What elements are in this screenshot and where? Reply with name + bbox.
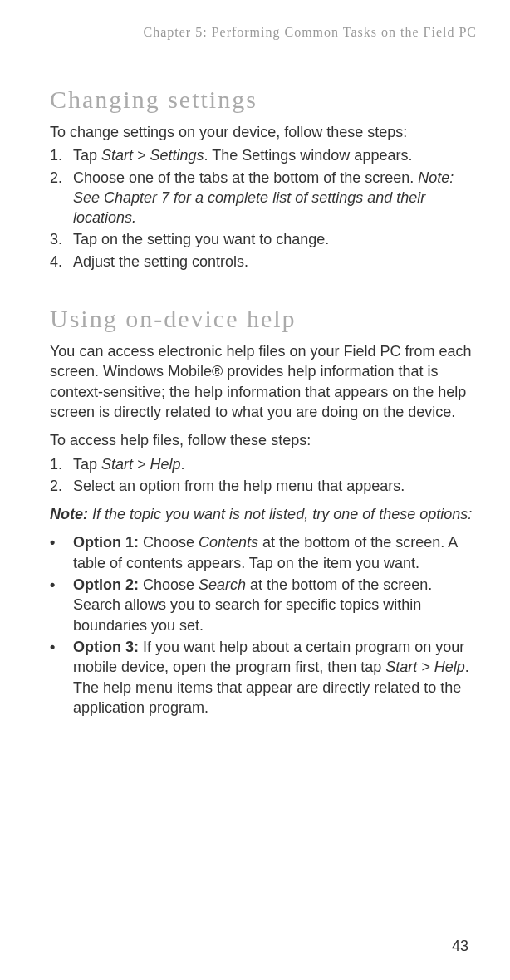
step-text: Choose one of the tabs at the bottom of … bbox=[73, 169, 418, 186]
chapter-header: Chapter 5: Performing Common Tasks on th… bbox=[50, 25, 477, 40]
section-heading-using-help: Using on-device help bbox=[50, 305, 477, 333]
section-heading-changing-settings: Changing settings bbox=[50, 86, 477, 114]
note-body: If the topic you want is not listed, try… bbox=[88, 506, 472, 522]
step-text: Tap on the setting you want to change. bbox=[73, 231, 329, 247]
option-italic: Start > Help bbox=[385, 659, 465, 675]
step-text: . bbox=[181, 456, 185, 473]
step-item: Tap on the setting you want to change. bbox=[50, 229, 477, 249]
note-paragraph: Note: If the topic you want is not liste… bbox=[50, 504, 477, 524]
option-italic: Search bbox=[199, 576, 246, 593]
step-text: Adjust the setting controls. bbox=[73, 253, 248, 270]
step-item: Select an option from the help menu that… bbox=[50, 476, 477, 496]
option-italic: Contents bbox=[199, 534, 258, 551]
section2-steps: Tap Start > Help. Select an option from … bbox=[50, 454, 477, 497]
section2-intro: To access help files, follow these steps… bbox=[50, 430, 477, 450]
step-text: Tap bbox=[73, 147, 101, 164]
list-item: Option 1: Choose Contents at the bottom … bbox=[50, 532, 477, 573]
section2-paragraph: You can access electronic help files on … bbox=[50, 341, 477, 422]
step-item: Choose one of the tabs at the bottom of … bbox=[50, 168, 477, 228]
step-item: Tap Start > Help. bbox=[50, 454, 477, 474]
section1-steps: Tap Start > Settings. The Settings windo… bbox=[50, 145, 477, 272]
step-italic: Start > Settings bbox=[101, 147, 204, 164]
option-label: Option 2: bbox=[73, 576, 139, 593]
note-label: Note: bbox=[50, 506, 88, 522]
step-text: Tap bbox=[73, 456, 101, 473]
option-label: Option 3: bbox=[73, 639, 139, 655]
option-text: Choose bbox=[139, 576, 199, 593]
step-item: Tap Start > Settings. The Settings windo… bbox=[50, 145, 477, 165]
step-item: Adjust the setting controls. bbox=[50, 252, 477, 272]
list-item: Option 3: If you want help about a certa… bbox=[50, 637, 477, 718]
step-italic: Start > Help bbox=[101, 456, 181, 473]
step-text: Select an option from the help menu that… bbox=[73, 478, 405, 494]
option-text: Choose bbox=[139, 534, 199, 551]
page-number: 43 bbox=[452, 938, 468, 955]
options-list: Option 1: Choose Contents at the bottom … bbox=[50, 532, 477, 718]
section1-intro: To change settings on your device, follo… bbox=[50, 122, 477, 142]
list-item: Option 2: Choose Search at the bottom of… bbox=[50, 575, 477, 635]
step-text: . The Settings window appears. bbox=[204, 147, 413, 164]
option-label: Option 1: bbox=[73, 534, 139, 551]
